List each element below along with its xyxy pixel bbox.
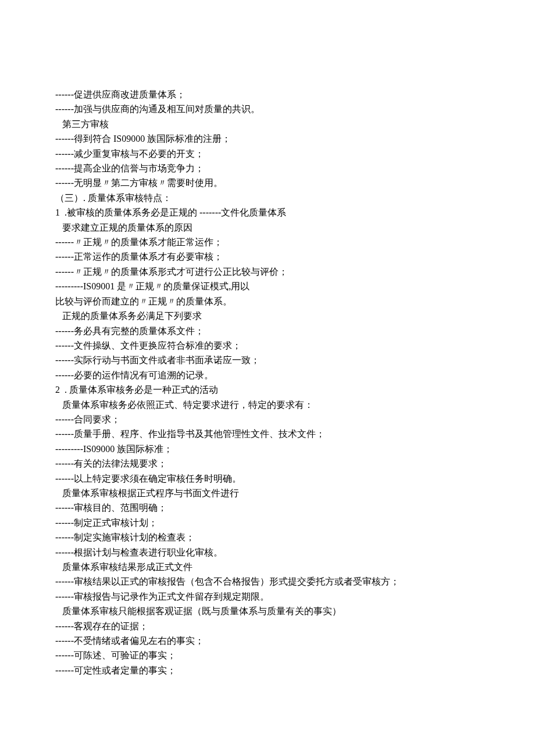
text-line: （三）. 质量体系审核特点： bbox=[55, 191, 480, 205]
text-line: 质量体系审核务必依照正式、特定要求进行，特定的要求有： bbox=[55, 397, 480, 412]
text-line: 第三方审核 bbox=[55, 117, 480, 131]
text-line: ------减少重复审核与不必要的开支； bbox=[55, 146, 480, 161]
text-line: ------制定实施审核计划的检查表； bbox=[55, 530, 480, 544]
text-line: ------以上特定要求须在确定审核任务时明确。 bbox=[55, 471, 480, 486]
text-line: ------文件操纵、文件更换应符合标准的要求； bbox=[55, 338, 480, 353]
text-line: ------实际行动与书面文件或者非书面承诺应一致； bbox=[55, 353, 480, 367]
text-line: ------务必具有完整的质量体系文件； bbox=[55, 324, 480, 338]
text-line: 比较与评价而建立的〃正规〃的质量体系。 bbox=[55, 294, 480, 309]
text-line: ------可定性或者定量的事实； bbox=[55, 663, 480, 678]
document-page: ------促进供应商改进质量体系；------加强与供应商的沟通及相互间对质量… bbox=[0, 0, 535, 736]
text-line: ------可陈述、可验证的事实； bbox=[55, 648, 480, 662]
text-line: ---------IS09000 族国际标准； bbox=[55, 442, 480, 456]
text-line: 质量体系审核结果形成正式文件 bbox=[55, 560, 480, 574]
text-line: 质量体系审核只能根据客观证据（既与质量体系与质量有关的事实） bbox=[55, 604, 480, 618]
text-line: ------审核目的、范围明确； bbox=[55, 500, 480, 515]
text-line: ------加强与供应商的沟通及相互间对质量的共识。 bbox=[55, 102, 480, 116]
text-line: ------〃正规〃的质量体系才能正常运作； bbox=[55, 235, 480, 249]
text-line: 正规的质量体系务必满足下列要求 bbox=[55, 309, 480, 323]
text-line: ------审核报告与记录作为正式文件留存到规定期限。 bbox=[55, 589, 480, 604]
text-line: ------促进供应商改进质量体系； bbox=[55, 87, 480, 102]
text-line: ------根据计划与检查表进行职业化审核。 bbox=[55, 545, 480, 560]
text-line: ------审核结果以正式的审核报告（包含不合格报告）形式提交委托方或者受审核方… bbox=[55, 574, 480, 589]
text-line: ---------IS09001 是〃正规〃的质量保证模式,用以 bbox=[55, 279, 480, 293]
text-line: ------提高企业的信誉与市场竞争力； bbox=[55, 161, 480, 175]
text-line: ------质量手册、程序、作业指导书及其他管理性文件、技术文件； bbox=[55, 427, 480, 441]
text-line: 要求建立正规的质量体系的原因 bbox=[55, 220, 480, 235]
text-line: ------无明显〃第二方审核〃需要时使用。 bbox=[55, 175, 480, 190]
text-line: 1 .被审核的质量体系务必是正规的 -------文件化质量体系 bbox=[55, 205, 480, 220]
text-line: ------不受情绪或者偏见左右的事实； bbox=[55, 633, 480, 648]
text-line: ------必要的运作情况有可追溯的记录。 bbox=[55, 368, 480, 382]
text-line: ------合同要求； bbox=[55, 412, 480, 427]
text-line: 2 . 质量体系审核务必是一种正式的活动 bbox=[55, 382, 480, 397]
text-line: ------得到符合 IS09000 族国际标准的注册； bbox=[55, 131, 480, 146]
text-line: 质量体系审核根据正式程序与书面文件进行 bbox=[55, 486, 480, 500]
text-line: ------客观存在的证据； bbox=[55, 619, 480, 633]
text-line: ------〃正规〃的质量体系形式才可进行公正比较与评价； bbox=[55, 264, 480, 279]
text-line: ------正常运作的质量体系才有必要审核； bbox=[55, 249, 480, 264]
text-line: ------有关的法律法规要求； bbox=[55, 456, 480, 471]
text-line: ------制定正式审核计划； bbox=[55, 515, 480, 530]
